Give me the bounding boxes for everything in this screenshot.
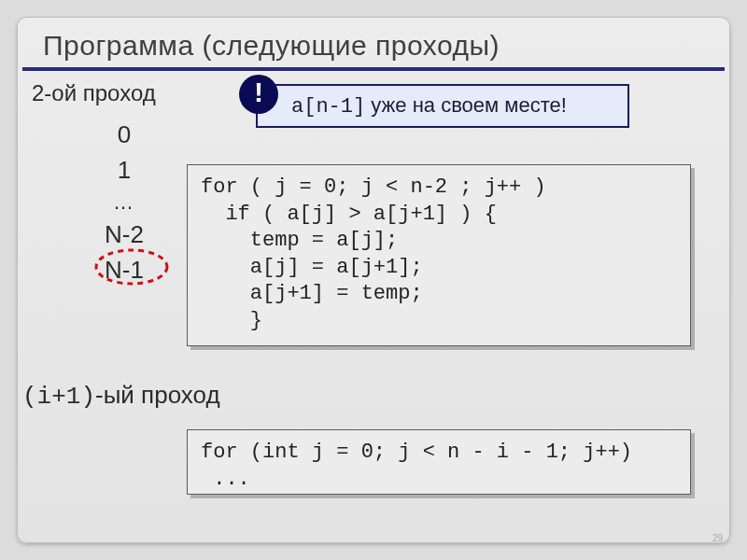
slide-body: 2-ой проход 0 1 … N-2 N-1 ! a[n-1] уже н… [17,71,730,547]
index-1: 1 [82,153,166,189]
index-n-1-circled: N-1 [105,253,144,288]
callout-text: уже на своем месте! [365,93,567,117]
i-plus-one-code: (i+1) [22,383,95,411]
callout-box: ! a[n-1] уже на своем месте! [256,84,629,128]
slide-number: 29 [712,533,723,543]
index-n-1: N-1 [105,256,144,284]
exclamation-icon: ! [239,75,278,114]
index-list: 0 1 … N-2 N-1 [82,118,166,288]
index-dots: … [82,188,166,217]
code-block-general: for (int j = 0; j < n - i - 1; j++) ... [187,429,691,495]
i-plus-one-suffix: -ый проход [95,381,220,409]
slide: Программа (следующие проходы) 2-ой прохо… [17,17,730,543]
callout-code: a[n-1] [291,95,365,119]
i-plus-one-pass-label: (i+1)-ый проход [22,381,220,411]
slide-title: Программа (следующие проходы) [22,17,725,71]
code-block-pass2: for ( j = 0; j < n-2 ; j++ ) if ( a[j] >… [187,164,691,346]
index-n-2: N-2 [82,217,166,253]
index-0: 0 [82,118,166,153]
